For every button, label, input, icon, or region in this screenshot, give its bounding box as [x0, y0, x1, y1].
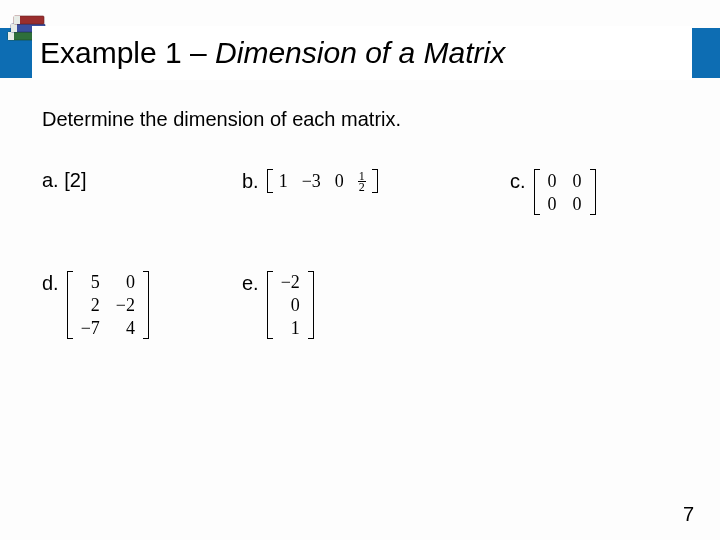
- title-bar: Example 1 – Dimension of a Matrix: [32, 26, 692, 80]
- matrix-cell: 1: [279, 171, 288, 192]
- item-b: b. 1 −3 0 1 2: [242, 169, 510, 193]
- svg-rect-5: [14, 16, 20, 24]
- matrix-cell: 4: [126, 317, 135, 339]
- bracket-left-icon: [267, 271, 273, 339]
- item-c-label: c.: [510, 169, 526, 193]
- item-d-matrix: 5 2 −7 0 −2 4: [67, 271, 149, 339]
- page-number: 7: [683, 503, 694, 526]
- item-d-label: d.: [42, 271, 59, 295]
- item-c: c. 0 0 0 0: [510, 169, 596, 215]
- item-e-matrix: −2 0 1: [267, 271, 314, 339]
- fraction: 1 2: [358, 171, 366, 192]
- content-area: Determine the dimension of each matrix. …: [42, 100, 680, 339]
- row-1: a. [2] b. 1 −3 0 1 2 c.: [42, 169, 680, 215]
- bracket-right-icon: [143, 271, 149, 339]
- item-e: e. −2 0 1: [242, 271, 314, 339]
- matrix-cell: 2: [91, 294, 100, 316]
- matrix-cell: 0: [573, 193, 582, 215]
- matrix-cell: 0: [548, 193, 557, 215]
- item-b-label: b.: [242, 169, 259, 193]
- svg-rect-3: [11, 24, 17, 32]
- page-title: Example 1 – Dimension of a Matrix: [40, 36, 505, 70]
- item-c-matrix: 0 0 0 0: [534, 169, 596, 215]
- bracket-right-icon: [372, 169, 378, 193]
- item-e-label: e.: [242, 271, 259, 295]
- item-b-matrix: 1 −3 0 1 2: [267, 169, 378, 193]
- bracket-right-icon: [590, 169, 596, 215]
- title-italic: Dimension of a Matrix: [215, 36, 505, 69]
- matrix-cell: 0: [291, 294, 300, 316]
- matrix-cell: −3: [302, 171, 321, 192]
- bracket-right-icon: [308, 271, 314, 339]
- item-a-label: a. [2]: [42, 169, 86, 191]
- row-2: d. 5 2 −7 0 −2 4 e.: [42, 271, 680, 339]
- item-a: a. [2]: [42, 169, 242, 192]
- matrix-cell: −7: [81, 317, 100, 339]
- bracket-left-icon: [534, 169, 540, 215]
- matrix-cell: 1: [291, 317, 300, 339]
- matrix-cell: 0: [335, 171, 344, 192]
- matrix-cell: 0: [548, 170, 557, 192]
- matrix-cell: −2: [116, 294, 135, 316]
- matrix-cell: −2: [281, 271, 300, 293]
- prompt-text: Determine the dimension of each matrix.: [42, 108, 680, 131]
- matrix-cell: 5: [91, 271, 100, 293]
- bracket-left-icon: [67, 271, 73, 339]
- matrix-cell: 0: [573, 170, 582, 192]
- fraction-den: 2: [358, 182, 366, 192]
- item-d: d. 5 2 −7 0 −2 4: [42, 271, 242, 339]
- matrix-cell: 0: [126, 271, 135, 293]
- title-plain: Example 1 –: [40, 36, 215, 69]
- bracket-left-icon: [267, 169, 273, 193]
- svg-rect-1: [8, 32, 14, 40]
